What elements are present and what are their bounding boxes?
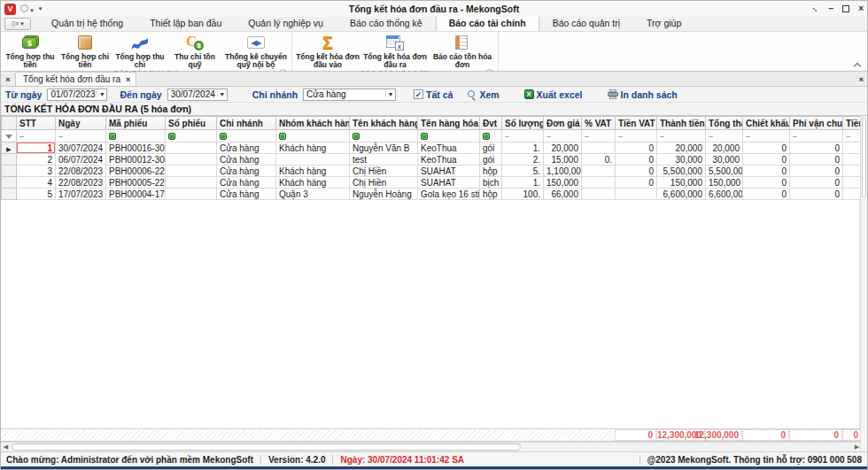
grid-cell[interactable]: 0 bbox=[790, 154, 843, 166]
grid-cell[interactable]: 0 bbox=[616, 166, 657, 177]
grid-cell[interactable] bbox=[166, 143, 217, 154]
filter-cell-11[interactable]: – bbox=[582, 130, 616, 143]
ribbon-button-0-0[interactable]: $Tổng hợp thu tiền bbox=[3, 32, 58, 69]
grid-cell[interactable]: 3 bbox=[17, 166, 56, 177]
grid-cell[interactable] bbox=[582, 166, 616, 177]
grid-cell[interactable]: 1. bbox=[502, 143, 544, 154]
column-header-2[interactable]: Mã phiếu bbox=[106, 117, 166, 130]
grid-cell[interactable] bbox=[166, 177, 217, 189]
ribbon-tab-4[interactable]: Báo cáo tài chính bbox=[436, 15, 539, 31]
table-row[interactable]: ▶130/07/2024PBH00016-300...Cửa hàngKhách… bbox=[2, 143, 861, 154]
grid-cell[interactable] bbox=[843, 143, 861, 154]
grid-cell[interactable]: SUAHAT bbox=[418, 166, 480, 177]
grid-cell[interactable] bbox=[843, 154, 861, 166]
all-checkbox[interactable]: ✓ bbox=[414, 89, 423, 99]
grid-cell[interactable]: 5,500,000 bbox=[706, 166, 743, 177]
column-header-11[interactable]: % VAT bbox=[582, 117, 616, 130]
all-checkbox-group[interactable]: ✓ Tất cả bbox=[414, 89, 453, 100]
grid-cell[interactable]: 0 bbox=[743, 154, 790, 166]
fullscreen-button[interactable]: ↔ bbox=[810, 3, 822, 15]
app-logo-icon[interactable]: V bbox=[4, 4, 16, 15]
grid-cell[interactable]: 30,000 bbox=[706, 154, 743, 166]
grid-cell[interactable]: Cửa hàng bbox=[217, 154, 276, 166]
close-document-button[interactable]: × bbox=[859, 75, 864, 84]
grid-cell[interactable]: 5,500,000 bbox=[657, 166, 706, 177]
grid-cell[interactable]: 2 bbox=[17, 154, 56, 166]
ribbon-button-1-0[interactable]: ΣTổng kết hóa đơn đầu vào bbox=[294, 32, 361, 69]
filter-cell-12[interactable]: – bbox=[616, 130, 657, 143]
grid-cell[interactable]: Khách hàng bbox=[276, 143, 350, 154]
grid-cell[interactable]: Nguyễn Hoàng bbox=[350, 189, 418, 200]
view-button[interactable]: Xem bbox=[467, 89, 499, 100]
grid-cell[interactable]: 150,000 bbox=[706, 177, 743, 189]
table-row[interactable]: 517/07/2023PBH00004-170...Cửa hàngQuận 3… bbox=[2, 189, 861, 200]
branch-select[interactable]: Cửa hàng ▼ bbox=[303, 89, 396, 101]
grid-cell[interactable]: 20,000 bbox=[657, 143, 706, 154]
grid-cell[interactable]: 100. bbox=[502, 189, 544, 200]
grid-empty-area[interactable] bbox=[1, 200, 860, 428]
to-date-picker[interactable]: 30/07/2024 ▼ bbox=[167, 89, 228, 101]
column-header-0[interactable]: STT bbox=[17, 117, 56, 130]
grid-cell[interactable] bbox=[582, 177, 616, 189]
filter-cell-10[interactable]: – bbox=[544, 130, 582, 143]
column-header-13[interactable]: Thành tiền bbox=[657, 117, 706, 130]
grid-cell[interactable] bbox=[843, 166, 861, 177]
grid-cell[interactable]: hộp bbox=[480, 166, 502, 177]
filter-cell-15[interactable]: – bbox=[743, 130, 790, 143]
grid-cell[interactable]: 150,000 bbox=[544, 177, 582, 189]
column-header-7[interactable]: Tên hàng hóa bbox=[418, 117, 480, 130]
grid-cell[interactable]: 150,000 bbox=[657, 177, 706, 189]
ribbon-button-1-1[interactable]: xTổng kết hóa đơn đầu ra bbox=[361, 32, 429, 69]
ribbon-tab-1[interactable]: Thiết lập ban đầu bbox=[136, 15, 235, 31]
grid-cell[interactable]: 4 bbox=[17, 177, 56, 189]
close-button[interactable]: × bbox=[858, 4, 864, 13]
minimize-button[interactable]: – bbox=[829, 4, 834, 13]
filter-cell-7[interactable] bbox=[418, 130, 480, 143]
filter-cell-8[interactable] bbox=[480, 130, 502, 143]
grid-cell[interactable]: 0 bbox=[790, 143, 843, 154]
grid-cell[interactable]: 2. bbox=[502, 154, 544, 166]
grid-cell[interactable]: 06/07/2024 bbox=[56, 154, 106, 166]
chevron-down-icon[interactable]: ▼ bbox=[217, 91, 227, 97]
grid-cell[interactable] bbox=[166, 166, 217, 177]
scroll-right-icon[interactable]: ▶ bbox=[852, 443, 860, 451]
grid-cell[interactable]: 30/07/2024 bbox=[56, 143, 106, 154]
grid-cell[interactable]: 5 bbox=[17, 189, 56, 200]
ribbon-collapse-button[interactable] bbox=[853, 60, 862, 69]
grid-cell[interactable]: 0 bbox=[790, 189, 843, 200]
grid-cell[interactable]: test bbox=[350, 154, 418, 166]
grid-cell[interactable]: PBH00005-220... bbox=[106, 177, 166, 189]
grid-cell[interactable] bbox=[582, 143, 616, 154]
ribbon-button-0-4[interactable]: ◀▶Thống kê chuyển quỹ nội bộ bbox=[222, 32, 290, 69]
grid-cell[interactable]: 0 bbox=[743, 143, 790, 154]
grid-cell[interactable]: 0 bbox=[616, 154, 657, 166]
grid-cell[interactable]: 0. bbox=[582, 154, 616, 166]
grid-cell[interactable]: Gola kẹo 16 stick bbox=[418, 189, 480, 200]
grid-cell[interactable]: PBH00004-170... bbox=[106, 189, 166, 200]
filter-cell-4[interactable] bbox=[217, 130, 276, 143]
grid-cell[interactable]: Cửa hàng bbox=[217, 177, 276, 189]
table-row[interactable]: 206/07/2024PBH00012-300...Cửa hàngtestKe… bbox=[2, 154, 861, 166]
grid-cell[interactable]: 0 bbox=[616, 143, 657, 154]
grid-cell[interactable]: Cửa hàng bbox=[217, 166, 276, 177]
column-header-3[interactable]: Số phiếu bbox=[166, 117, 217, 130]
grid-cell[interactable] bbox=[166, 154, 217, 166]
filter-cell-13[interactable]: – bbox=[657, 130, 706, 143]
grid-cell[interactable]: 17/07/2023 bbox=[56, 189, 106, 200]
grid-cell[interactable]: 20,000 bbox=[706, 143, 743, 154]
column-header-4[interactable]: Chi nhánh bbox=[217, 117, 276, 130]
restore-button[interactable] bbox=[842, 5, 849, 12]
close-tab-icon[interactable]: × bbox=[126, 75, 130, 84]
grid-cell[interactable]: Chị Hiền bbox=[350, 166, 418, 177]
grid-cell[interactable]: Cửa hàng bbox=[217, 143, 276, 154]
grid-cell[interactable]: 0 bbox=[790, 177, 843, 189]
ribbon-tab-0[interactable]: Quản trị hệ thống bbox=[38, 15, 136, 31]
grid-cell[interactable]: 0 bbox=[790, 166, 843, 177]
grid-cell[interactable] bbox=[166, 189, 217, 200]
filter-cell-0[interactable]: – bbox=[17, 130, 56, 143]
grid-cell[interactable]: 22/08/2023 bbox=[56, 166, 106, 177]
document-tab[interactable]: Tổng kết hóa đơn đầu ra × bbox=[15, 72, 136, 86]
column-header-17[interactable]: Tiền th... bbox=[843, 117, 861, 130]
ribbon-button-0-2[interactable]: Tổng hợp thu chi bbox=[112, 32, 167, 69]
from-date-picker[interactable]: 01/07/2023 ▼ bbox=[47, 89, 107, 101]
